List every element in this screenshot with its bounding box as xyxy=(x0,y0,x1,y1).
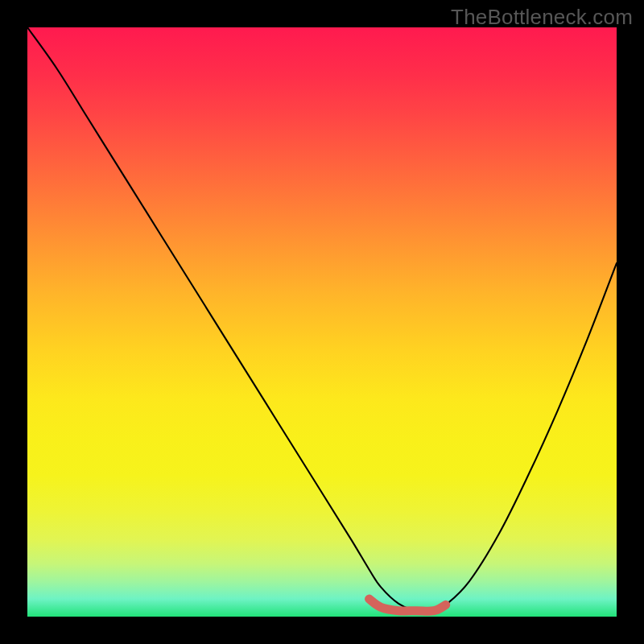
bottleneck-curve-chart xyxy=(27,27,617,617)
optimal-range-marker xyxy=(369,599,446,611)
bottleneck-curve xyxy=(27,27,617,612)
watermark-text: TheBottleneck.com xyxy=(451,5,633,30)
chart-frame: TheBottleneck.com xyxy=(0,0,644,644)
plot-area xyxy=(27,27,617,617)
